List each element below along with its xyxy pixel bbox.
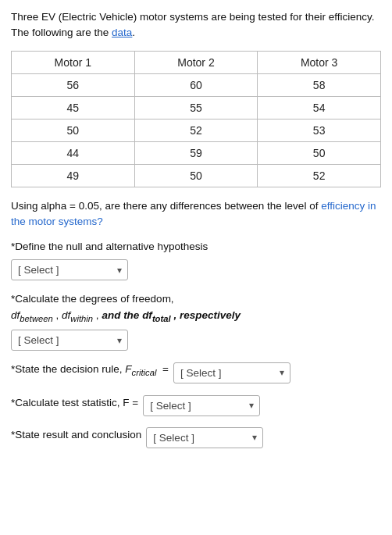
col-header-motor2: Motor 2	[134, 51, 258, 73]
q3-row: *State the decision rule, Fcritical = [ …	[11, 362, 381, 384]
data-table: Motor 1 Motor 2 Motor 3 56 60 58 45 55 5…	[11, 51, 381, 187]
data-link[interactable]: data	[112, 27, 132, 38]
table-row: 45 55 54	[12, 96, 381, 119]
table-row: 49 50 52	[12, 164, 381, 187]
q4-block: *Calculate test statistic, F = [ Select …	[11, 395, 381, 416]
q2-block: *Calculate the degrees of freedom, dfbet…	[11, 291, 381, 351]
q5-select[interactable]: [ Select ]	[146, 427, 263, 448]
col-header-motor3: Motor 3	[258, 51, 381, 73]
q4-row: *Calculate test statistic, F = [ Select …	[11, 395, 381, 416]
q1-label: *Define the null and alternative hypothe…	[11, 239, 381, 255]
q1-select-wrapper[interactable]: [ Select ] ▾	[11, 259, 128, 280]
table-row: 56 60 58	[12, 73, 381, 96]
intro-text: Three EV (Electric Vehicle) motor system…	[11, 9, 381, 41]
q2-select-wrapper[interactable]: [ Select ] ▾	[11, 330, 128, 351]
q3-select-wrapper[interactable]: [ Select ] ▾	[173, 362, 290, 383]
table-row: 50 52 53	[12, 119, 381, 141]
q4-label: *Calculate test statistic, F =	[11, 395, 138, 411]
q2-select[interactable]: [ Select ]	[11, 330, 128, 351]
q5-block: *State result and conclusion [ Select ] …	[11, 427, 381, 448]
q3-label: *State the decision rule, Fcritical =	[11, 362, 169, 380]
q2-label: *Calculate the degrees of freedom, dfbet…	[11, 291, 381, 325]
q5-row: *State result and conclusion [ Select ] …	[11, 427, 381, 448]
q5-select-wrapper[interactable]: [ Select ] ▾	[146, 427, 263, 448]
q1-block: *Define the null and alternative hypothe…	[11, 239, 381, 280]
q4-select[interactable]: [ Select ]	[143, 395, 260, 416]
q3-select[interactable]: [ Select ]	[173, 362, 290, 383]
q5-label: *State result and conclusion	[11, 427, 141, 443]
q1-select[interactable]: [ Select ]	[11, 259, 128, 280]
q4-select-wrapper[interactable]: [ Select ] ▾	[143, 395, 260, 416]
table-row: 44 59 50	[12, 141, 381, 164]
col-header-motor1: Motor 1	[12, 51, 135, 73]
alpha-question: Using alpha = 0.05, are there any differ…	[11, 198, 381, 230]
q3-block: *State the decision rule, Fcritical = [ …	[11, 362, 381, 384]
